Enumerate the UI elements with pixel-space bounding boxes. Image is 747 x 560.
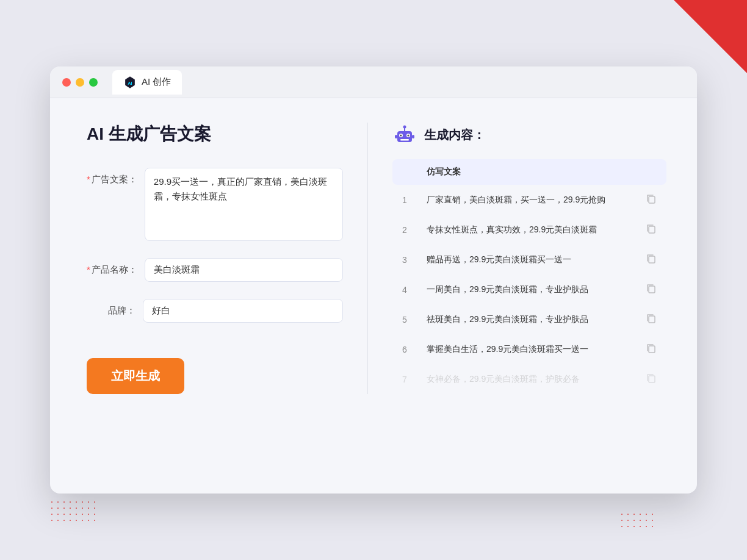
generate-button[interactable]: 立即生成 — [87, 358, 184, 394]
copy-icon[interactable] — [646, 373, 657, 384]
copy-icon[interactable] — [646, 223, 657, 234]
robot-icon — [392, 123, 417, 147]
table-row: 5祛斑美白，29.9元美白淡斑霜，专业护肤品 — [392, 304, 666, 334]
row-text: 女神必备，29.9元美白淡斑霜，护肤必备 — [417, 364, 636, 394]
row-text: 掌握美白生活，29.9元美白淡斑霜买一送一 — [417, 334, 636, 364]
copy-icon[interactable] — [646, 343, 657, 354]
minimize-button[interactable] — [76, 78, 84, 87]
table-row: 2专抹女性斑点，真实功效，29.9元美白淡斑霜 — [392, 215, 666, 245]
copy-icon[interactable] — [646, 253, 657, 264]
ad-copy-group: *广告文案： 29.9买一送一，真正的厂家直销，美白淡斑霜，专抹女性斑点 — [87, 168, 343, 241]
maximize-button[interactable] — [89, 78, 98, 87]
row-text: 厂家直销，美白淡斑霜，买一送一，29.9元抢购 — [417, 185, 636, 215]
svg-rect-9 — [400, 139, 409, 141]
svg-rect-16 — [649, 256, 655, 263]
product-name-required: * — [87, 264, 90, 275]
table-row: 3赠品再送，29.9元美白淡斑霜买一送一 — [392, 245, 666, 275]
row-text: 祛斑美白，29.9元美白淡斑霜，专业护肤品 — [417, 304, 636, 334]
svg-point-4 — [403, 126, 406, 129]
brand-group: 品牌： — [87, 299, 343, 323]
svg-rect-15 — [649, 226, 655, 233]
row-number: 6 — [392, 334, 417, 364]
product-name-label: *产品名称： — [87, 258, 137, 276]
ad-copy-required: * — [87, 174, 90, 184]
bg-dots-left — [49, 499, 98, 523]
row-number: 1 — [392, 185, 417, 215]
left-panel: AI 生成广告文案 *广告文案： 29.9买一送一，真正的厂家直销，美白淡斑霜，… — [87, 123, 343, 394]
traffic-lights — [62, 78, 98, 87]
brand-input[interactable] — [143, 299, 343, 323]
row-number: 3 — [392, 245, 417, 275]
svg-rect-18 — [649, 316, 655, 323]
svg-rect-20 — [649, 376, 655, 382]
copy-cell[interactable] — [636, 215, 666, 245]
ai-tab-icon: AI — [123, 76, 137, 89]
svg-text:AI: AI — [128, 80, 132, 85]
svg-rect-19 — [649, 346, 655, 353]
table-row: 6掌握美白生活，29.9元美白淡斑霜买一送一 — [392, 334, 666, 364]
copy-cell[interactable] — [636, 245, 666, 275]
svg-point-12 — [401, 135, 402, 135]
bg-dots-right — [619, 511, 655, 529]
page-title: AI 生成广告文案 — [87, 123, 343, 146]
table-row: 1厂家直销，美白淡斑霜，买一送一，29.9元抢购 — [392, 185, 666, 215]
results-table: 仿写文案 1厂家直销，美白淡斑霜，买一送一，29.9元抢购 2专抹女性斑点，真实… — [392, 159, 666, 394]
main-content: AI 生成广告文案 *广告文案： 29.9买一送一，真正的厂家直销，美白淡斑霜，… — [50, 98, 697, 418]
copy-cell[interactable] — [636, 275, 666, 304]
brand-label: 品牌： — [87, 299, 135, 317]
app-window: AI AI 创作 AI 生成广告文案 *广告文案： 29.9买一送一，真正的厂家… — [50, 66, 697, 494]
row-number: 2 — [392, 215, 417, 245]
col-copy — [636, 159, 666, 185]
row-number: 7 — [392, 364, 417, 394]
table-row: 7女神必备，29.9元美白淡斑霜，护肤必备 — [392, 364, 666, 394]
row-number: 5 — [392, 304, 417, 334]
svg-rect-11 — [412, 135, 414, 138]
tab-label: AI 创作 — [142, 76, 171, 88]
svg-rect-14 — [649, 196, 655, 203]
col-text: 仿写文案 — [417, 159, 636, 185]
copy-icon[interactable] — [646, 283, 657, 294]
svg-point-13 — [408, 135, 409, 135]
ad-copy-label: *广告文案： — [87, 168, 137, 185]
svg-rect-10 — [395, 135, 397, 138]
ai-tab[interactable]: AI AI 创作 — [112, 70, 182, 95]
product-name-group: *产品名称： — [87, 258, 343, 282]
panel-divider — [367, 123, 368, 394]
table-row: 4一周美白，29.9元美白淡斑霜，专业护肤品 — [392, 275, 666, 304]
ad-copy-input[interactable]: 29.9买一送一，真正的厂家直销，美白淡斑霜，专抹女性斑点 — [145, 168, 343, 241]
product-name-input[interactable] — [145, 258, 343, 282]
copy-cell[interactable] — [636, 185, 666, 215]
bg-triangle — [674, 0, 747, 73]
svg-rect-17 — [649, 286, 655, 293]
right-panel: 生成内容： 仿写文案 1厂家直销，美白淡斑霜，买一送一，29.9元抢购 2专抹女… — [392, 123, 666, 394]
row-text: 赠品再送，29.9元美白淡斑霜买一送一 — [417, 245, 636, 275]
table-header-row: 仿写文案 — [392, 159, 666, 185]
copy-cell[interactable] — [636, 364, 666, 394]
row-text: 专抹女性斑点，真实功效，29.9元美白淡斑霜 — [417, 215, 636, 245]
result-header: 生成内容： — [392, 123, 666, 147]
copy-cell[interactable] — [636, 304, 666, 334]
copy-icon[interactable] — [646, 193, 657, 204]
copy-cell[interactable] — [636, 334, 666, 364]
row-text: 一周美白，29.9元美白淡斑霜，专业护肤品 — [417, 275, 636, 304]
col-num — [392, 159, 417, 185]
copy-icon[interactable] — [646, 313, 657, 324]
row-number: 4 — [392, 275, 417, 304]
result-title: 生成内容： — [424, 127, 485, 143]
close-button[interactable] — [62, 78, 71, 87]
titlebar: AI AI 创作 — [50, 66, 697, 98]
